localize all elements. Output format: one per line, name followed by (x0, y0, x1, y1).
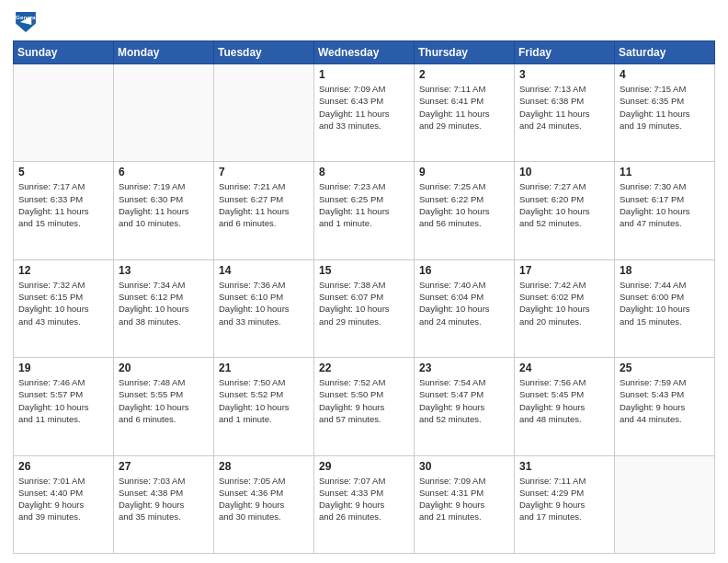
day-number: 12 (18, 264, 108, 277)
calendar-cell: 30Sunrise: 7:09 AM Sunset: 4:31 PM Dayli… (415, 455, 515, 553)
calendar-body: 1Sunrise: 7:09 AM Sunset: 6:43 PM Daylig… (14, 64, 715, 554)
day-number: 20 (119, 362, 209, 374)
day-number: 16 (419, 264, 509, 277)
header: General (13, 9, 715, 35)
day-info: Sunrise: 7:01 AM Sunset: 4:40 PM Dayligh… (18, 475, 108, 523)
day-number: 18 (620, 264, 710, 277)
weekday-wednesday: Wednesday (314, 41, 415, 64)
day-info: Sunrise: 7:46 AM Sunset: 5:57 PM Dayligh… (18, 376, 108, 425)
day-number: 8 (319, 166, 409, 178)
weekday-thursday: Thursday (415, 41, 515, 64)
calendar-cell: 20Sunrise: 7:48 AM Sunset: 5:55 PM Dayli… (114, 358, 214, 455)
logo: General (13, 9, 42, 35)
week-row-0: 1Sunrise: 7:09 AM Sunset: 6:43 PM Daylig… (14, 64, 715, 162)
svg-text:General: General (16, 14, 37, 20)
calendar-cell: 15Sunrise: 7:38 AM Sunset: 6:07 PM Dayli… (314, 259, 415, 357)
logo-icon: General (13, 9, 39, 35)
calendar-cell: 11Sunrise: 7:30 AM Sunset: 6:17 PM Dayli… (615, 162, 715, 259)
day-info: Sunrise: 7:09 AM Sunset: 6:43 PM Dayligh… (319, 83, 409, 132)
calendar-cell (114, 64, 214, 162)
weekday-tuesday: Tuesday (214, 41, 314, 64)
calendar-cell: 5Sunrise: 7:17 AM Sunset: 6:33 PM Daylig… (14, 162, 114, 259)
day-info: Sunrise: 7:34 AM Sunset: 6:12 PM Dayligh… (119, 279, 209, 327)
day-info: Sunrise: 7:15 AM Sunset: 6:35 PM Dayligh… (620, 83, 710, 132)
calendar-cell: 31Sunrise: 7:11 AM Sunset: 4:29 PM Dayli… (515, 455, 615, 553)
weekday-sunday: Sunday (14, 41, 114, 64)
day-info: Sunrise: 7:19 AM Sunset: 6:30 PM Dayligh… (119, 180, 209, 229)
day-info: Sunrise: 7:36 AM Sunset: 6:10 PM Dayligh… (219, 279, 309, 327)
day-number: 29 (319, 460, 409, 473)
calendar-cell: 7Sunrise: 7:21 AM Sunset: 6:27 PM Daylig… (214, 162, 314, 259)
day-info: Sunrise: 7:44 AM Sunset: 6:00 PM Dayligh… (620, 279, 710, 327)
day-info: Sunrise: 7:59 AM Sunset: 5:43 PM Dayligh… (620, 376, 710, 425)
calendar-cell (214, 64, 314, 162)
calendar-cell: 29Sunrise: 7:07 AM Sunset: 4:33 PM Dayli… (314, 455, 415, 553)
day-info: Sunrise: 7:40 AM Sunset: 6:04 PM Dayligh… (419, 279, 509, 327)
calendar-cell: 12Sunrise: 7:32 AM Sunset: 6:15 PM Dayli… (14, 259, 114, 357)
day-number: 3 (519, 68, 609, 81)
calendar-cell: 16Sunrise: 7:40 AM Sunset: 6:04 PM Dayli… (415, 259, 515, 357)
day-number: 14 (219, 264, 309, 277)
page: General SundayMondayTuesdayWednesdayThur… (0, 0, 728, 563)
day-number: 7 (219, 166, 309, 178)
calendar-cell (615, 455, 715, 553)
week-row-2: 12Sunrise: 7:32 AM Sunset: 6:15 PM Dayli… (14, 259, 715, 357)
day-info: Sunrise: 7:42 AM Sunset: 6:02 PM Dayligh… (519, 279, 609, 327)
day-info: Sunrise: 7:52 AM Sunset: 5:50 PM Dayligh… (319, 376, 409, 425)
day-number: 21 (219, 362, 309, 374)
calendar-cell: 1Sunrise: 7:09 AM Sunset: 6:43 PM Daylig… (314, 64, 415, 162)
week-row-1: 5Sunrise: 7:17 AM Sunset: 6:33 PM Daylig… (14, 162, 715, 259)
day-number: 31 (519, 460, 609, 473)
day-number: 10 (519, 166, 609, 178)
day-number: 13 (119, 264, 209, 277)
calendar-header: SundayMondayTuesdayWednesdayThursdayFrid… (14, 41, 715, 64)
calendar-cell: 22Sunrise: 7:52 AM Sunset: 5:50 PM Dayli… (314, 358, 415, 455)
day-number: 5 (18, 166, 108, 178)
day-info: Sunrise: 7:32 AM Sunset: 6:15 PM Dayligh… (18, 279, 108, 327)
week-row-3: 19Sunrise: 7:46 AM Sunset: 5:57 PM Dayli… (14, 358, 715, 455)
day-number: 15 (319, 264, 409, 277)
day-number: 30 (419, 460, 509, 473)
calendar-cell: 9Sunrise: 7:25 AM Sunset: 6:22 PM Daylig… (415, 162, 515, 259)
day-number: 25 (620, 362, 710, 374)
weekday-friday: Friday (515, 41, 615, 64)
calendar-cell: 26Sunrise: 7:01 AM Sunset: 4:40 PM Dayli… (14, 455, 114, 553)
calendar-cell: 18Sunrise: 7:44 AM Sunset: 6:00 PM Dayli… (615, 259, 715, 357)
calendar-cell: 4Sunrise: 7:15 AM Sunset: 6:35 PM Daylig… (615, 64, 715, 162)
weekday-monday: Monday (114, 41, 214, 64)
day-number: 6 (119, 166, 209, 178)
day-info: Sunrise: 7:07 AM Sunset: 4:33 PM Dayligh… (319, 475, 409, 523)
calendar-cell: 21Sunrise: 7:50 AM Sunset: 5:52 PM Dayli… (214, 358, 314, 455)
day-number: 23 (419, 362, 509, 374)
day-info: Sunrise: 7:56 AM Sunset: 5:45 PM Dayligh… (519, 376, 609, 425)
day-info: Sunrise: 7:21 AM Sunset: 6:27 PM Dayligh… (219, 180, 309, 229)
day-info: Sunrise: 7:11 AM Sunset: 4:29 PM Dayligh… (519, 475, 609, 523)
weekday-header-row: SundayMondayTuesdayWednesdayThursdayFrid… (14, 41, 715, 64)
day-number: 24 (519, 362, 609, 374)
day-number: 9 (419, 166, 509, 178)
day-info: Sunrise: 7:30 AM Sunset: 6:17 PM Dayligh… (620, 180, 710, 229)
day-info: Sunrise: 7:50 AM Sunset: 5:52 PM Dayligh… (219, 376, 309, 425)
day-number: 1 (319, 68, 409, 81)
calendar-cell: 23Sunrise: 7:54 AM Sunset: 5:47 PM Dayli… (415, 358, 515, 455)
day-info: Sunrise: 7:09 AM Sunset: 4:31 PM Dayligh… (419, 475, 509, 523)
day-info: Sunrise: 7:05 AM Sunset: 4:36 PM Dayligh… (219, 475, 309, 523)
calendar-cell (14, 64, 114, 162)
day-number: 22 (319, 362, 409, 374)
calendar-cell: 8Sunrise: 7:23 AM Sunset: 6:25 PM Daylig… (314, 162, 415, 259)
calendar-cell: 19Sunrise: 7:46 AM Sunset: 5:57 PM Dayli… (14, 358, 114, 455)
calendar-cell: 6Sunrise: 7:19 AM Sunset: 6:30 PM Daylig… (114, 162, 214, 259)
day-info: Sunrise: 7:11 AM Sunset: 6:41 PM Dayligh… (419, 83, 509, 132)
calendar-cell: 14Sunrise: 7:36 AM Sunset: 6:10 PM Dayli… (214, 259, 314, 357)
day-number: 17 (519, 264, 609, 277)
calendar-table: SundayMondayTuesdayWednesdayThursdayFrid… (13, 40, 715, 554)
calendar-cell: 3Sunrise: 7:13 AM Sunset: 6:38 PM Daylig… (515, 64, 615, 162)
calendar-cell: 25Sunrise: 7:59 AM Sunset: 5:43 PM Dayli… (615, 358, 715, 455)
day-number: 26 (18, 460, 108, 473)
day-number: 28 (219, 460, 309, 473)
day-number: 4 (620, 68, 710, 81)
day-info: Sunrise: 7:38 AM Sunset: 6:07 PM Dayligh… (319, 279, 409, 327)
calendar-cell: 10Sunrise: 7:27 AM Sunset: 6:20 PM Dayli… (515, 162, 615, 259)
day-number: 19 (18, 362, 108, 374)
calendar-cell: 24Sunrise: 7:56 AM Sunset: 5:45 PM Dayli… (515, 358, 615, 455)
